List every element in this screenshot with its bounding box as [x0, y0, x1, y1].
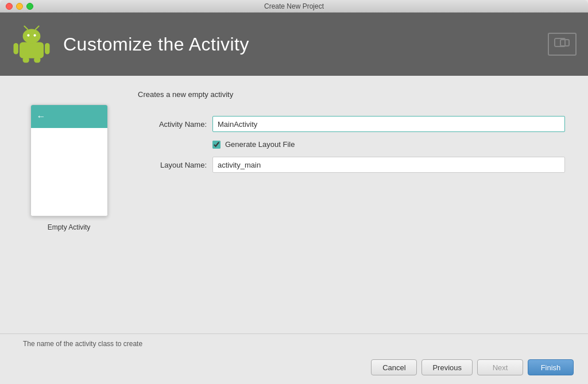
activity-name-row: Activity Name:	[138, 116, 565, 132]
bottom-info-text: The name of the activity class to create	[23, 340, 142, 348]
layout-name-input[interactable]	[212, 157, 565, 173]
activity-name-label: Activity Name:	[138, 120, 207, 129]
title-bar: Create New Project	[0, 0, 588, 13]
android-logo-icon	[11, 24, 52, 64]
layout-name-row: Layout Name:	[138, 157, 565, 173]
generate-layout-row: Generate Layout File	[212, 140, 565, 149]
minimize-button[interactable]	[16, 3, 23, 10]
activity-name-input[interactable]	[212, 116, 565, 132]
window-title: Create New Project	[264, 2, 324, 10]
form-fields: Activity Name: Generate Layout File Layo…	[138, 116, 565, 173]
svg-rect-9	[34, 57, 40, 63]
header-window-icon	[548, 33, 577, 56]
form-description: Creates a new empty activity	[138, 90, 565, 99]
svg-point-3	[34, 34, 36, 37]
phone-header-bar: ←	[31, 105, 107, 128]
header: Customize the Activity	[0, 13, 588, 76]
phone-preview: ←	[30, 104, 108, 216]
monitor-icon	[554, 37, 571, 51]
svg-line-5	[36, 26, 39, 30]
svg-point-1	[23, 29, 41, 43]
svg-rect-7	[45, 43, 49, 55]
bottom-info-bar: The name of the activity class to create	[0, 333, 588, 354]
generate-layout-checkbox[interactable]	[212, 141, 220, 149]
back-arrow-icon: ←	[37, 111, 46, 122]
finish-button[interactable]: Finish	[528, 359, 574, 375]
svg-rect-6	[14, 43, 18, 55]
footer-buttons: Cancel Previous Next Finish	[0, 354, 588, 384]
window-controls	[6, 3, 33, 10]
next-button[interactable]: Next	[477, 359, 523, 375]
svg-rect-0	[20, 42, 44, 59]
cancel-button[interactable]: Cancel	[371, 359, 417, 375]
left-panel: ← Empty Activity	[23, 87, 115, 328]
phone-body	[31, 128, 107, 216]
svg-line-4	[24, 26, 28, 30]
maximize-button[interactable]	[26, 3, 33, 10]
header-title: Customize the Activity	[63, 34, 249, 55]
svg-rect-8	[23, 57, 29, 63]
previous-button[interactable]: Previous	[421, 359, 473, 375]
close-button[interactable]	[6, 3, 13, 10]
activity-type-label: Empty Activity	[48, 223, 91, 231]
main-content: ← Empty Activity Creates a new empty act…	[0, 76, 588, 384]
layout-name-label: Layout Name:	[138, 161, 207, 169]
right-panel: Creates a new empty activity Activity Na…	[138, 87, 565, 328]
svg-point-2	[27, 34, 29, 37]
content-area: ← Empty Activity Creates a new empty act…	[0, 87, 588, 328]
generate-layout-label[interactable]: Generate Layout File	[225, 140, 295, 149]
